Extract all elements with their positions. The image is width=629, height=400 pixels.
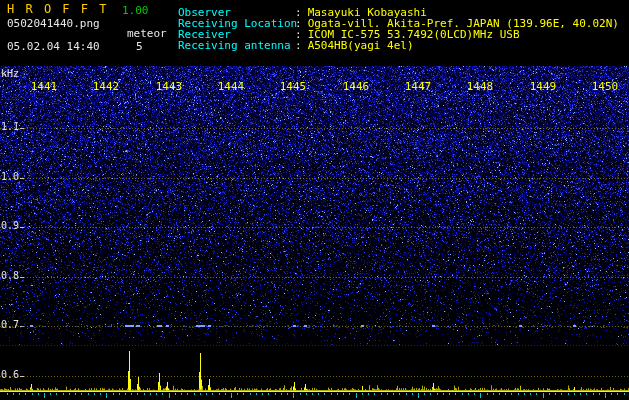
time-tick-label: 1450 — [592, 81, 619, 92]
spectrogram-canvas — [0, 0, 629, 400]
time-tick-label: 1441 — [31, 81, 58, 92]
freq-tick-label: 1.0 — [1, 172, 19, 182]
freq-tick-label: 1.1 — [1, 122, 19, 132]
time-tick-label: 1442 — [93, 81, 120, 92]
freq-tick-label: 0.7 — [1, 320, 19, 330]
info-row-antenna: Receiving antenna:A504HB(yagi 4el) — [178, 40, 414, 51]
info-label: Receiving antenna — [178, 40, 295, 51]
info-value: A504HB(yagi 4el) — [308, 39, 414, 52]
output-filename: 0502041440.png — [7, 18, 100, 29]
time-tick-label: 1448 — [467, 81, 494, 92]
hrofft-output-window: H R O F F T 1.00 0502041440.png meteor 0… — [0, 0, 629, 400]
time-tick-label: 1445 — [280, 81, 307, 92]
app-title: H R O F F T — [7, 4, 108, 15]
time-tick-label: 1444 — [218, 81, 245, 92]
time-tick-label: 1447 — [405, 81, 432, 92]
time-tick-label: 1443 — [156, 81, 183, 92]
freq-tick-label: 0.9 — [1, 221, 19, 231]
info-separator: : — [295, 39, 302, 52]
time-tick-label: 1449 — [530, 81, 557, 92]
time-tick-label: 1446 — [343, 81, 370, 92]
meteor-count: 5 — [136, 41, 143, 52]
freq-axis-unit: kHz — [1, 69, 19, 79]
observation-datetime: 05.02.04 14:40 — [7, 41, 100, 52]
app-version: 1.00 — [122, 5, 149, 16]
freq-tick-label: 0.8 — [1, 271, 19, 281]
freq-tick-label: 0.6 — [1, 370, 19, 380]
mode-label: meteor — [127, 28, 167, 39]
